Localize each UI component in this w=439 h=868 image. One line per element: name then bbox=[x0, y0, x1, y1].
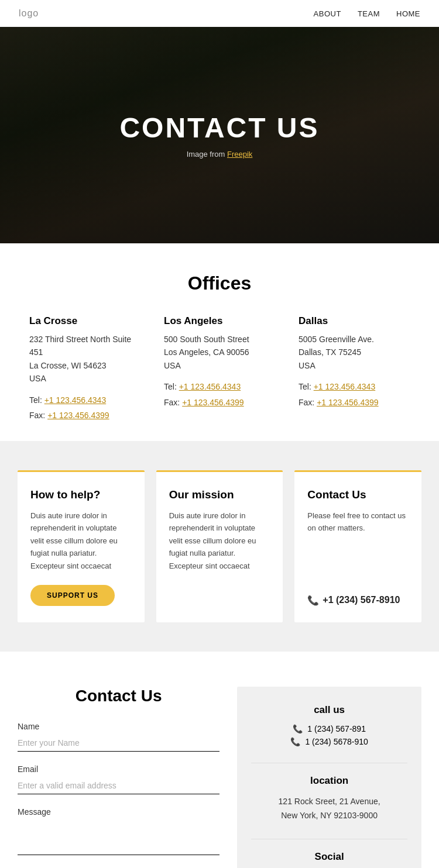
office-losangeles-name: Los Angeles bbox=[164, 315, 275, 327]
email-input[interactable] bbox=[18, 777, 220, 794]
location-block: location 121 Rock Sreet, 21 Avenue, New … bbox=[251, 775, 407, 823]
phone-icon-2: 📞 bbox=[290, 737, 300, 746]
office-lacrosse-fax[interactable]: +1 123.456.4399 bbox=[47, 411, 109, 420]
hero-title: CONTACT US bbox=[119, 112, 319, 144]
office-losangeles-contact: Tel: +1 123.456.4343 Fax: +1 123.456.439… bbox=[164, 379, 275, 410]
card-how-title: How to help? bbox=[30, 488, 132, 501]
cards-grid: How to help? Duis aute irure dolor in re… bbox=[18, 470, 421, 622]
contact-info-col: call us 📞 1 (234) 567-891 📞 1 (234) 5678… bbox=[237, 687, 421, 868]
hero-freepik-link[interactable]: Freepik bbox=[227, 150, 252, 159]
contact-section: Contact Us Name Email Message SUBMIT cal… bbox=[0, 652, 439, 868]
hero-section: CONTACT US Image from Freepik bbox=[0, 27, 439, 243]
card-how-to-help: How to help? Duis aute irure dolor in re… bbox=[18, 470, 145, 622]
call-us-title: call us bbox=[251, 704, 407, 716]
card-contact-title: Contact Us bbox=[307, 488, 409, 501]
navbar: logo ABOUT TEAM HOME bbox=[0, 0, 439, 27]
call-us-block: call us 📞 1 (234) 567-891 📞 1 (234) 5678… bbox=[251, 704, 407, 746]
nav-home[interactable]: HOME bbox=[396, 9, 420, 18]
email-group: Email bbox=[18, 764, 220, 794]
hero-subtitle: Image from Freepik bbox=[187, 150, 253, 159]
office-lacrosse: La Crosse 232 Third Street North Suite 4… bbox=[23, 315, 146, 423]
email-label: Email bbox=[18, 764, 220, 774]
office-dallas-address: 5005 Greenville Ave.Dallas, TX 75245USA bbox=[299, 333, 410, 372]
phone-row-2: 📞 1 (234) 5678-910 bbox=[251, 737, 407, 746]
offices-grid: La Crosse 232 Third Street North Suite 4… bbox=[23, 315, 416, 423]
social-block: Social  bbox=[251, 851, 407, 868]
office-losangeles-tel[interactable]: +1 123.456.4343 bbox=[179, 382, 241, 391]
name-label: Name bbox=[18, 722, 220, 731]
phone-row-1: 📞 1 (234) 567-891 bbox=[251, 724, 407, 733]
name-group: Name bbox=[18, 722, 220, 752]
contact-form-col: Contact Us Name Email Message SUBMIT bbox=[18, 687, 220, 868]
logo: logo bbox=[19, 8, 39, 19]
cards-section: How to help? Duis aute irure dolor in re… bbox=[0, 441, 439, 652]
card-mission-title: Our mission bbox=[169, 488, 270, 501]
office-losangeles-address: 500 South South StreetLos Angeles, CA 90… bbox=[164, 333, 275, 372]
phone-number-2: 1 (234) 5678-910 bbox=[305, 737, 368, 746]
offices-section: Offices La Crosse 232 Third Street North… bbox=[0, 243, 439, 441]
phone-icon: 📞 bbox=[307, 595, 319, 606]
contact-form-title: Contact Us bbox=[18, 687, 220, 705]
message-label: Message bbox=[18, 807, 220, 817]
message-group: Message bbox=[18, 807, 220, 857]
location-title: location bbox=[251, 775, 407, 787]
nav-about[interactable]: ABOUT bbox=[314, 9, 341, 18]
phone-icon-1: 📞 bbox=[293, 724, 303, 733]
office-lacrosse-contact: Tel: +1 123.456.4343 Fax: +1 123.456.439… bbox=[29, 392, 140, 423]
name-input[interactable] bbox=[18, 735, 220, 752]
card-contact: Contact Us Please feel free to contact u… bbox=[294, 470, 421, 622]
nav-links: ABOUT TEAM HOME bbox=[314, 9, 420, 18]
office-dallas: Dallas 5005 Greenville Ave.Dallas, TX 75… bbox=[293, 315, 416, 423]
nav-team[interactable]: TEAM bbox=[358, 9, 380, 18]
card-contact-text: Please feel free to contact us on other … bbox=[307, 509, 409, 584]
support-us-button[interactable]: SUPPORT US bbox=[30, 585, 115, 606]
office-lacrosse-address: 232 Third Street North Suite 451La Cross… bbox=[29, 333, 140, 385]
office-losangeles-fax[interactable]: +1 123.456.4399 bbox=[182, 398, 244, 407]
phone-number-1: 1 (234) 567-891 bbox=[307, 724, 366, 733]
office-dallas-tel[interactable]: +1 123.456.4343 bbox=[314, 382, 376, 391]
card-how-text: Duis aute irure dolor in reprehenderit i… bbox=[30, 509, 132, 573]
divider-2 bbox=[251, 839, 407, 839]
card-contact-phone-number: +1 (234) 567-8910 bbox=[323, 595, 400, 605]
office-losangeles: Los Angeles 500 South South StreetLos An… bbox=[158, 315, 281, 423]
card-mission-text: Duis aute irure dolor in reprehenderit i… bbox=[169, 509, 270, 606]
office-lacrosse-tel[interactable]: +1 123.456.4343 bbox=[44, 395, 107, 405]
social-title: Social bbox=[251, 851, 407, 863]
location-address: 121 Rock Sreet, 21 Avenue, New York, NY … bbox=[251, 795, 407, 823]
card-contact-phone: 📞 +1 (234) 567-8910 bbox=[307, 595, 409, 606]
message-textarea[interactable] bbox=[18, 820, 220, 855]
office-dallas-contact: Tel: +1 123.456.4343 Fax: +1 123.456.439… bbox=[299, 379, 410, 410]
office-lacrosse-name: La Crosse bbox=[29, 315, 140, 327]
divider-1 bbox=[251, 763, 407, 763]
card-mission: Our mission Duis aute irure dolor in rep… bbox=[156, 470, 283, 622]
office-dallas-fax[interactable]: +1 123.456.4399 bbox=[317, 398, 379, 407]
office-dallas-name: Dallas bbox=[299, 315, 410, 327]
offices-title: Offices bbox=[23, 273, 416, 294]
